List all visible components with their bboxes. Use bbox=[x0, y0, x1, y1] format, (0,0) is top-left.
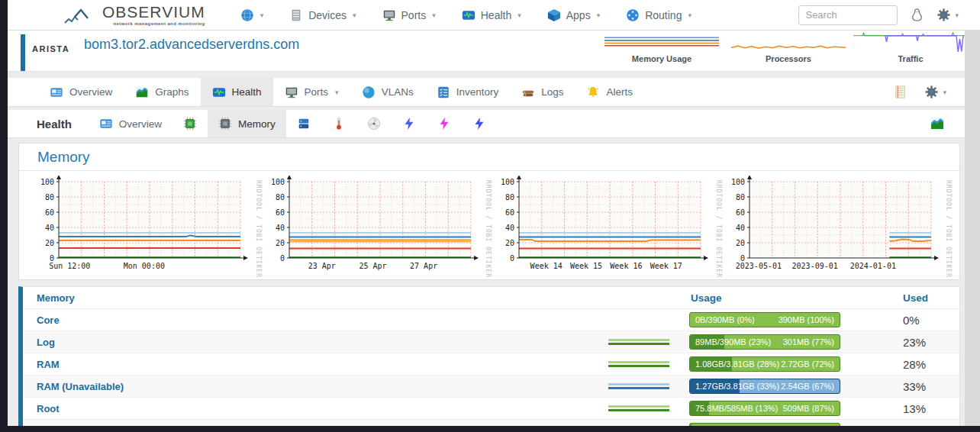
search-input[interactable] bbox=[798, 5, 898, 25]
svg-text:100: 100 bbox=[501, 178, 514, 186]
tab-overview[interactable]: Overview bbox=[38, 78, 124, 106]
usage-bar-right-label: 2.54GB (67%) bbox=[781, 379, 834, 393]
svg-text:60: 60 bbox=[275, 208, 284, 217]
minigraph-label: Memory Usage bbox=[601, 54, 723, 63]
chevron-down-icon: ▾ bbox=[943, 89, 946, 96]
storage-icon bbox=[297, 117, 311, 131]
col-used: Used bbox=[903, 292, 947, 304]
routing-icon bbox=[626, 8, 640, 22]
notes-icon[interactable] bbox=[893, 85, 907, 99]
usage-bar[interactable]: 1.27GB/3.81GB (33%)2.54GB (67%) bbox=[689, 379, 840, 394]
tux-icon[interactable] bbox=[910, 8, 924, 22]
table-header-row: Memory Usage Used bbox=[23, 287, 959, 309]
subtab-bolt-indigo[interactable] bbox=[462, 110, 497, 137]
rrd-graph-0[interactable]: 020406080100Sun 12:00Mon 00:00RRDTOOL / … bbox=[31, 176, 262, 278]
rrd-graph-1[interactable]: 02040608010023 Apr25 Apr27 AprRRDTOOL / … bbox=[262, 176, 492, 278]
tab-vlans[interactable]: VLANs bbox=[350, 78, 425, 106]
rrd-graph-2[interactable]: 020406080100Week 14Week 15Week 16Week 17… bbox=[492, 176, 722, 278]
pool-name[interactable]: RAM bbox=[37, 359, 608, 370]
graphs-icon bbox=[135, 85, 149, 99]
usage-sparkline[interactable] bbox=[608, 381, 669, 392]
logo-mountain-icon bbox=[64, 8, 98, 26]
subtab-bolt-blue[interactable] bbox=[392, 110, 427, 137]
chevron-down-icon: ▾ bbox=[432, 11, 436, 19]
tab-graphs[interactable]: Graphs bbox=[124, 78, 200, 106]
pool-name[interactable]: Log bbox=[37, 337, 608, 348]
tab-ports[interactable]: Ports▾ bbox=[273, 78, 350, 106]
rrd-graph-canvas: 02040608010023 Apr25 Apr27 Apr bbox=[262, 176, 480, 275]
tab-health[interactable]: Health bbox=[201, 78, 273, 106]
usage-bar-left-label: 0B/390MB (0%) bbox=[695, 313, 755, 327]
rrd-graph-canvas: 020406080100Sun 12:00Mon 00:00 bbox=[31, 176, 250, 275]
nav-item-health[interactable]: Health▾ bbox=[462, 8, 521, 22]
nav-item-apps[interactable]: Apps▾ bbox=[547, 8, 600, 22]
memory-table: Memory Usage Used Core0B/390MB (0%)390MB… bbox=[18, 286, 960, 432]
rrdtool-watermark: RRDTOOL / TOBI OETIKER bbox=[945, 180, 952, 278]
svg-text:20: 20 bbox=[45, 239, 54, 247]
minigraph-processors[interactable]: Processors bbox=[727, 32, 849, 63]
tab-logs[interactable]: Logs bbox=[510, 78, 575, 106]
subtab-storage[interactable] bbox=[286, 110, 321, 137]
subtab-thermometer[interactable] bbox=[321, 110, 356, 137]
rrd-graph-3[interactable]: 0204060801002023-05-012023-09-012024-01-… bbox=[722, 176, 953, 278]
svg-text:60: 60 bbox=[45, 208, 54, 217]
minigraph-traffic[interactable]: Traffic bbox=[849, 32, 972, 63]
usage-bar[interactable]: 89MB/390MB (23%)301MB (77%) bbox=[689, 334, 840, 350]
used-percent: 23% bbox=[903, 336, 947, 349]
nav-item-ports[interactable]: Ports▾ bbox=[382, 8, 436, 22]
svg-text:0: 0 bbox=[510, 254, 514, 263]
observium-logo[interactable]: OBSERVIUM network management and monitor… bbox=[64, 4, 205, 26]
logo-subtitle: network management and monitoring bbox=[102, 21, 205, 26]
scrollbar-track[interactable] bbox=[965, 31, 980, 426]
pool-name[interactable]: RAM (Unavailable) bbox=[37, 381, 608, 392]
table-row-core: Core0B/390MB (0%)390MB (100%)0% bbox=[23, 309, 959, 331]
minigraph-plot bbox=[731, 32, 846, 52]
nav-item-routing[interactable]: Routing▾ bbox=[626, 8, 691, 22]
tab-alerts[interactable]: Alerts bbox=[575, 78, 644, 106]
svg-text:2023-09-01: 2023-09-01 bbox=[791, 262, 837, 270]
subtab-memory[interactable]: Memory bbox=[208, 110, 286, 137]
device-hostname[interactable]: bom3.tor2.advancedserverdns.com bbox=[84, 37, 299, 53]
usage-sparkline[interactable] bbox=[608, 337, 669, 347]
tab-inventory[interactable]: Inventory bbox=[425, 78, 511, 106]
rrdtool-watermark: RRDTOOL / TOBI OETIKER bbox=[715, 180, 722, 278]
nav-item-devices[interactable]: Devices▾ bbox=[289, 8, 356, 22]
svg-text:0: 0 bbox=[740, 254, 744, 263]
bolt-magenta-icon bbox=[437, 117, 451, 131]
usage-bar-right-label: 301MB (77%) bbox=[783, 335, 834, 349]
usage-sparkline[interactable] bbox=[608, 359, 669, 369]
svg-text:0: 0 bbox=[50, 254, 54, 263]
gear-icon bbox=[936, 8, 951, 22]
inventory-icon bbox=[437, 85, 450, 99]
subtab-bolt-magenta[interactable] bbox=[427, 110, 462, 137]
usage-bar-right-label: 390MB (100%) bbox=[779, 313, 834, 327]
subtab-overview[interactable]: Overview bbox=[89, 110, 172, 137]
usage-sparkline[interactable] bbox=[608, 314, 669, 325]
minigraph-icon[interactable] bbox=[930, 116, 945, 131]
svg-text:2024-01-01: 2024-01-01 bbox=[849, 262, 895, 270]
usage-bar[interactable]: 1.08GB/3.81GB (28%)2.72GB (72%) bbox=[689, 356, 840, 372]
table-row-root: Root75.8MB/585MB (13%)509MB (87%)13% bbox=[23, 398, 959, 420]
top-navbar: OBSERVIUM network management and monitor… bbox=[8, 0, 980, 31]
svg-text:80: 80 bbox=[275, 193, 284, 201]
usage-bar[interactable]: 75.8MB/585MB (13%)509MB (87%) bbox=[689, 401, 840, 416]
settings-menu[interactable]: ▾ bbox=[936, 8, 959, 22]
device-settings-menu[interactable]: ▾ bbox=[924, 85, 946, 99]
subtab-fan[interactable] bbox=[356, 110, 392, 137]
overview-icon bbox=[50, 85, 63, 99]
usage-bar-right-label: 2.72GB (72%) bbox=[781, 357, 834, 371]
pool-name[interactable]: Core bbox=[37, 314, 608, 326]
usage-sparkline[interactable] bbox=[608, 403, 669, 414]
ports-icon bbox=[285, 85, 298, 99]
used-percent: 28% bbox=[903, 358, 947, 371]
minigraph-memory-usage[interactable]: Memory Usage bbox=[601, 32, 723, 63]
pool-name[interactable]: Root bbox=[37, 403, 608, 414]
usage-bar[interactable]: 0B/390MB (0%)390MB (100%) bbox=[689, 312, 840, 327]
subtab-chip-green[interactable] bbox=[172, 110, 208, 137]
nav-item-globe[interactable]: ▾ bbox=[240, 8, 264, 22]
chevron-down-icon: ▾ bbox=[597, 11, 601, 19]
apps-icon bbox=[547, 8, 561, 22]
logo-title: OBSERVIUM bbox=[102, 4, 205, 20]
device-header: ARISTA bom3.tor2.advancedserverdns.com M… bbox=[8, 31, 980, 72]
nav-item-label: Ports bbox=[401, 9, 427, 21]
